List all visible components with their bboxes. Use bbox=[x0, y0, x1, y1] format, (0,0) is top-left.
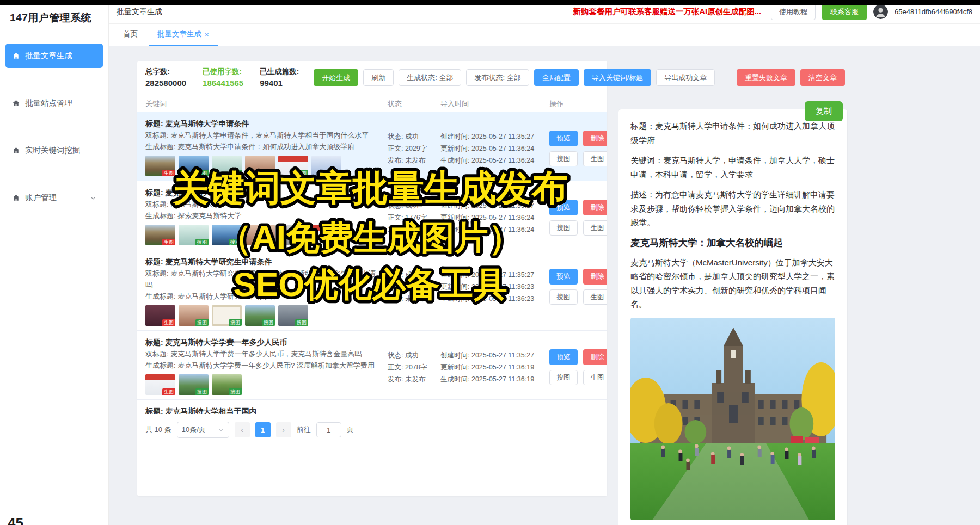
copy-button[interactable]: 复制 bbox=[805, 101, 843, 121]
article-thumbnail[interactable]: 搜图 bbox=[245, 225, 275, 245]
thumbnail-badge: 搜图 bbox=[229, 319, 242, 326]
chevron-down-icon bbox=[90, 195, 96, 201]
sidebar-item[interactable]: 实时关键词挖掘 bbox=[5, 138, 103, 163]
article-thumbnail[interactable]: 搜图 bbox=[212, 374, 242, 395]
start-generate-button[interactable]: 开始生成 bbox=[314, 69, 358, 86]
wordcount-line: 正文: 2078字 bbox=[388, 361, 440, 373]
article-thumbnail[interactable]: 搜图 bbox=[179, 156, 209, 176]
tutorial-button[interactable]: 使用教程 bbox=[771, 3, 816, 20]
generate-status-filter[interactable]: 生成状态: 全部 bbox=[399, 69, 461, 86]
home-icon bbox=[12, 194, 20, 202]
page-suffix: 页 bbox=[347, 425, 354, 435]
next-page-button[interactable]: › bbox=[276, 422, 291, 437]
thumbnail-badge: 搜图 bbox=[328, 239, 341, 245]
search-image-button[interactable]: 搜图 bbox=[549, 151, 578, 167]
avatar[interactable] bbox=[873, 4, 888, 19]
article-generated-title: 生成标题: 探索麦克马斯特大学 bbox=[145, 210, 382, 221]
article-thumbnail[interactable]: 搜图 bbox=[245, 305, 275, 326]
article-table-card: 关键词 状态 导入时间 操作 标题: 麦克马斯特大学申请条件双标题: 麦克马斯特… bbox=[137, 61, 607, 496]
refresh-button[interactable]: 刷新 bbox=[363, 69, 394, 86]
sidebar-item[interactable]: 批量文章生成 bbox=[5, 44, 103, 68]
thumbnail-badge: 搜图 bbox=[229, 239, 242, 245]
table-row: 标题: 麦克马斯特大学相当于国内双标题: 麦克马斯特大学相当于国内，麦克马斯特大… bbox=[137, 400, 607, 414]
article-thumbnail[interactable]: 生图 bbox=[145, 374, 175, 395]
generate-image-button[interactable]: 生图 bbox=[583, 151, 607, 167]
toolbar: 总字数:282580000已使用字数:186441565已生成篇数:99401 … bbox=[137, 61, 845, 89]
article-thumbnail[interactable]: 搜图 bbox=[179, 305, 209, 326]
prev-page-button[interactable]: ‹ bbox=[235, 422, 250, 437]
sidebar-item[interactable]: 账户管理 bbox=[5, 186, 103, 210]
app-title: 147用户管理系统 bbox=[0, 0, 108, 38]
search-image-button[interactable]: 搜图 bbox=[549, 370, 578, 386]
article-double-title: 双标题: 麦克马斯特大学 bbox=[145, 199, 382, 210]
wordcount-line: 正文: 2035字 bbox=[388, 281, 440, 293]
thumbnail-badge: 搜图 bbox=[295, 170, 308, 176]
search-image-button[interactable]: 搜图 bbox=[549, 289, 578, 305]
preview-button[interactable]: 预览 bbox=[549, 200, 578, 215]
table-row: 标题: 麦克马斯特大学研究生申请条件双标题: 麦克马斯特大学研究生申请条件，麦克… bbox=[137, 250, 607, 331]
campus-photo bbox=[630, 318, 835, 520]
preview-button[interactable]: 预览 bbox=[549, 269, 578, 285]
article-thumbnail[interactable]: 生图 bbox=[145, 305, 175, 326]
goto-page-input[interactable] bbox=[316, 422, 341, 437]
article-double-title: 双标题: 麦克马斯特大学研究生申请条件，麦克马斯特大学研究生容易申请吗 bbox=[145, 268, 382, 291]
generate-image-button[interactable]: 生图 bbox=[583, 220, 607, 236]
close-icon[interactable]: × bbox=[205, 30, 209, 39]
global-config-button[interactable]: 全局配置 bbox=[534, 69, 579, 86]
article-title: 标题: 麦克马斯特大学相当于国内 bbox=[145, 405, 382, 414]
goto-label: 前往 bbox=[297, 425, 311, 435]
stats-group: 总字数:282580000已使用字数:186441565已生成篇数:99401 bbox=[145, 66, 299, 89]
total-count: 共 10 条 bbox=[145, 425, 171, 435]
sidebar-item[interactable]: 批量站点管理 bbox=[5, 91, 103, 115]
tab-首页[interactable]: 首页 bbox=[114, 24, 146, 46]
video-top-bar bbox=[0, 0, 980, 5]
article-thumbnail[interactable]: 搜图 bbox=[212, 305, 242, 326]
article-thumbnail[interactable]: 搜图 bbox=[179, 225, 209, 245]
article-thumbnail[interactable]: 生图 bbox=[145, 156, 175, 176]
generate-image-button[interactable]: 生图 bbox=[583, 289, 607, 305]
wordcount-line: 正文: 2029字 bbox=[388, 143, 440, 155]
tab-批量文章生成[interactable]: 批量文章生成× bbox=[149, 24, 218, 46]
delete-button[interactable]: 删除 bbox=[583, 131, 607, 146]
article-thumbnail[interactable]: 搜图 bbox=[278, 305, 308, 326]
delete-button[interactable]: 删除 bbox=[583, 200, 607, 215]
thumbnail-badge: 搜图 bbox=[195, 388, 209, 395]
publish-status-filter[interactable]: 发布状态: 全部 bbox=[466, 69, 529, 86]
preview-heading: 麦克马斯特大学：加拿大名校的崛起 bbox=[630, 236, 835, 249]
clear-articles-button[interactable]: 清空文章 bbox=[800, 69, 845, 86]
article-thumbnail[interactable]: 搜图 bbox=[245, 156, 275, 176]
article-thumbnail[interactable]: 生图 bbox=[145, 225, 175, 245]
article-thumbnail[interactable]: 搜图 bbox=[311, 156, 341, 176]
preview-button[interactable]: 预览 bbox=[549, 131, 578, 146]
import-keywords-button[interactable]: 导入关键词/标题 bbox=[584, 69, 652, 86]
preview-button[interactable]: 预览 bbox=[549, 349, 578, 365]
export-articles-button[interactable]: 导出成功文章 bbox=[656, 69, 715, 86]
delete-button[interactable]: 删除 bbox=[583, 269, 607, 285]
generate-image-button[interactable]: 生图 bbox=[583, 370, 607, 386]
search-image-button[interactable]: 搜图 bbox=[549, 220, 578, 236]
col-status: 状态 bbox=[388, 99, 440, 109]
promo-notice[interactable]: 新购套餐用户可联系客服赠送一万张AI原创生成配图... bbox=[573, 7, 762, 17]
thumbnail-badge: 生图 bbox=[162, 239, 175, 245]
created-line: 创建时间: 2025-05-27 11:35:27 bbox=[440, 349, 542, 361]
article-thumbnail[interactable]: 搜图 bbox=[212, 225, 242, 245]
delete-button[interactable]: 删除 bbox=[583, 349, 607, 365]
reset-failed-button[interactable]: 重置失败文章 bbox=[737, 69, 795, 86]
thumbnail-badge: 搜图 bbox=[195, 319, 209, 326]
page-number-button[interactable]: 1 bbox=[255, 422, 271, 437]
generated-line: 生成时间: 2025-05-27 11:36:19 bbox=[440, 373, 542, 385]
contact-support-button[interactable]: 联系客服 bbox=[822, 3, 867, 20]
page-size-select[interactable]: 10条/页 bbox=[177, 422, 229, 438]
article-title: 标题: 麦克马斯特大学学费一年多少人民币 bbox=[145, 336, 382, 348]
article-thumbnail[interactable]: 搜图 bbox=[278, 156, 308, 176]
created-line: 创建时间: 2025-05-27 11:35:27 bbox=[440, 200, 542, 212]
article-thumbnail[interactable]: 搜图 bbox=[278, 225, 308, 245]
generated-line: 生成时间: 2025-05-27 11:36:24 bbox=[440, 155, 542, 166]
thumbnail-badge: 生图 bbox=[162, 319, 175, 326]
article-thumbnail[interactable]: 搜图 bbox=[311, 225, 341, 245]
publish-line: 发布: 未发布 bbox=[388, 224, 440, 236]
article-thumbnail[interactable]: 搜图 bbox=[179, 374, 209, 395]
article-thumbnail[interactable]: 搜图 bbox=[212, 156, 242, 176]
thumbnail-strip: 生图搜图搜图搜图搜图 bbox=[145, 305, 382, 326]
updated-line: 更新时间: 2025-05-27 11:36:19 bbox=[440, 361, 542, 373]
